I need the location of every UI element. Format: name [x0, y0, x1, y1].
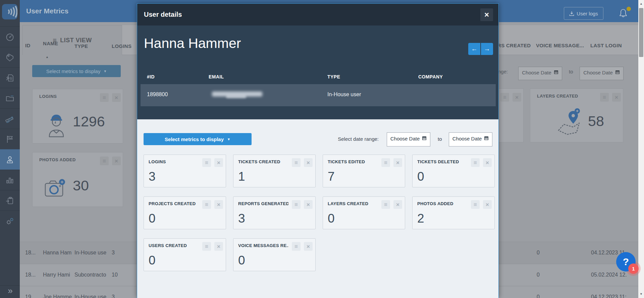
cell-name: Harry Hami: [43, 272, 74, 278]
metric-value: 0: [149, 212, 156, 226]
card-close-button[interactable]: ×: [304, 242, 313, 251]
sidebar-item-flags[interactable]: [0, 129, 20, 149]
modal-select-metrics-button[interactable]: Select metrics to display ▼: [144, 133, 252, 145]
page-scrollbar[interactable]: ▲ ▼: [638, 0, 644, 298]
metric-title: TICKETS EDITED: [328, 159, 365, 164]
camera-plus-icon: [44, 179, 68, 199]
metric-value: 0: [417, 170, 424, 184]
card-menu-button[interactable]: ≡: [381, 200, 390, 209]
sidebar-item-tasks[interactable]: [0, 190, 20, 211]
card-menu-button[interactable]: ≡: [381, 158, 390, 167]
bg-col-logins[interactable]: LOGINS: [112, 43, 131, 49]
screen: User Metrics User logs ≡ LIST VIEW Selec…: [0, 0, 644, 298]
bg-col-users-created[interactable]: RS CREATED: [497, 43, 531, 48]
notifications-button[interactable]: [618, 8, 630, 20]
bg-col-name[interactable]: NAME: [43, 41, 58, 46]
bg-card-logins: LOGINS ≡ × 1296: [32, 89, 123, 143]
metric-card-tickets-deleted: TICKETS DELETED ≡ × 0: [412, 155, 495, 187]
download-icon: [569, 11, 574, 16]
card-close-button[interactable]: ×: [214, 200, 223, 209]
card-close-button[interactable]: ×: [612, 93, 621, 102]
card-close-button[interactable]: ×: [214, 242, 223, 251]
bg-select-metrics-button[interactable]: Select metrics to display ▼: [32, 65, 121, 77]
modal-date-from-input[interactable]: Choose Date: [387, 132, 430, 146]
sidebar-item-dashboard[interactable]: [0, 26, 20, 47]
card-close-button[interactable]: ×: [112, 157, 121, 165]
bar-chart-icon: [5, 176, 14, 185]
metric-card-layers-created: LAYERS CREATED ≡ × 0: [323, 196, 405, 229]
bg-card-photos-title: PHOTOS ADDED: [39, 157, 76, 162]
sidebar-item-reports[interactable]: [0, 170, 20, 190]
sidebar-item-tools[interactable]: [0, 108, 20, 129]
next-user-button[interactable]: →: [481, 43, 493, 55]
col-email: EMAIL: [209, 74, 224, 79]
card-close-button[interactable]: ×: [214, 158, 223, 167]
card-close-button[interactable]: ×: [304, 200, 313, 209]
bg-col-type[interactable]: TYPE: [74, 43, 88, 49]
clipboard-arrow-icon: [5, 196, 14, 205]
calendar-icon: [484, 136, 489, 140]
card-menu-button[interactable]: ≡: [202, 242, 211, 251]
card-menu-button[interactable]: ≡: [471, 200, 480, 209]
sidebar-expand-button[interactable]: »: [0, 285, 20, 297]
tab-list-view-label: LIST VIEW: [60, 37, 92, 44]
bg-card-layers-created: LAYERS CREATED ≡ × 58: [530, 88, 623, 142]
calendar-icon: [422, 136, 427, 140]
bg-card-photos-value: 30: [73, 177, 89, 194]
worker-icon: [47, 112, 66, 138]
card-menu-button[interactable]: ≡: [471, 158, 480, 167]
modal-date-to-input[interactable]: Choose Date: [449, 132, 492, 146]
sidebar-item-tags[interactable]: [0, 47, 20, 67]
sidebar-item-permits[interactable]: [0, 67, 20, 88]
bg-date-from-input[interactable]: Choose Date: [518, 67, 562, 80]
arrow-right-icon: →: [484, 45, 490, 53]
cell-id: 18...: [25, 272, 40, 278]
metric-value: 0: [328, 212, 335, 226]
metric-title: LOGINS: [149, 159, 166, 164]
user-icon: [5, 155, 14, 164]
card-close-button[interactable]: ×: [483, 158, 492, 167]
folder-icon: [5, 94, 14, 103]
card-menu-button[interactable]: ≡: [202, 158, 211, 167]
metric-value: 7: [328, 170, 335, 184]
card-menu-button[interactable]: ≡: [292, 242, 301, 251]
card-menu-button[interactable]: ≡: [600, 93, 609, 102]
card-menu-button[interactable]: ≡: [292, 158, 301, 167]
bg-date-to-value: Choose Date: [583, 70, 613, 75]
ruler-pencil-icon: [5, 114, 14, 123]
card-close-button[interactable]: ×: [483, 200, 492, 209]
tab-list-view[interactable]: ≡ LIST VIEW: [22, 25, 122, 55]
bg-col-last-login[interactable]: LAST LOGIN: [590, 43, 622, 48]
scroll-down-arrow[interactable]: ▼: [638, 291, 644, 297]
card-close-button[interactable]: ×: [393, 200, 402, 209]
bg-col-id[interactable]: ID: [25, 43, 31, 48]
card-menu-button[interactable]: ≡: [292, 200, 301, 209]
sidebar-item-users[interactable]: [0, 149, 20, 170]
sidebar-item-settings[interactable]: [0, 211, 20, 231]
prev-user-button[interactable]: ←: [468, 43, 480, 55]
card-close-button[interactable]: ×: [393, 158, 402, 167]
card-menu-button[interactable]: ≡: [100, 157, 109, 165]
bg-date-range-to: to: [569, 69, 573, 74]
scroll-up-arrow[interactable]: ▲: [638, 1, 644, 7]
arrow-left-icon: ←: [471, 45, 478, 53]
app-logo[interactable]: [2, 4, 17, 19]
bg-date-to-input[interactable]: Choose Date: [580, 67, 624, 80]
card-menu-button[interactable]: ≡: [100, 93, 109, 102]
card-close-button[interactable]: ×: [304, 158, 313, 167]
bg-card-layers-value: 58: [588, 113, 604, 129]
card-menu-button[interactable]: ≡: [202, 200, 211, 209]
modal-date-range-to: to: [438, 136, 442, 142]
modal-title: User details: [144, 11, 182, 18]
modal-date-from-value: Choose Date: [390, 136, 420, 141]
card-close-button[interactable]: ×: [112, 93, 121, 102]
modal-close-button[interactable]: ×: [480, 8, 493, 21]
card-close-button[interactable]: ×: [513, 93, 521, 102]
sidebar-item-projects[interactable]: [0, 88, 20, 108]
bg-col-voice-messages[interactable]: VOICE MESSAGE...: [536, 43, 584, 48]
card-menu-button[interactable]: ≡: [500, 93, 509, 102]
scrollbar-thumb[interactable]: [639, 8, 643, 57]
help-notification-badge[interactable]: 1: [628, 263, 639, 274]
metric-card-tickets-created: TICKETS CREATED ≡ × 1: [233, 155, 316, 187]
user-logs-button[interactable]: User logs: [564, 7, 603, 20]
